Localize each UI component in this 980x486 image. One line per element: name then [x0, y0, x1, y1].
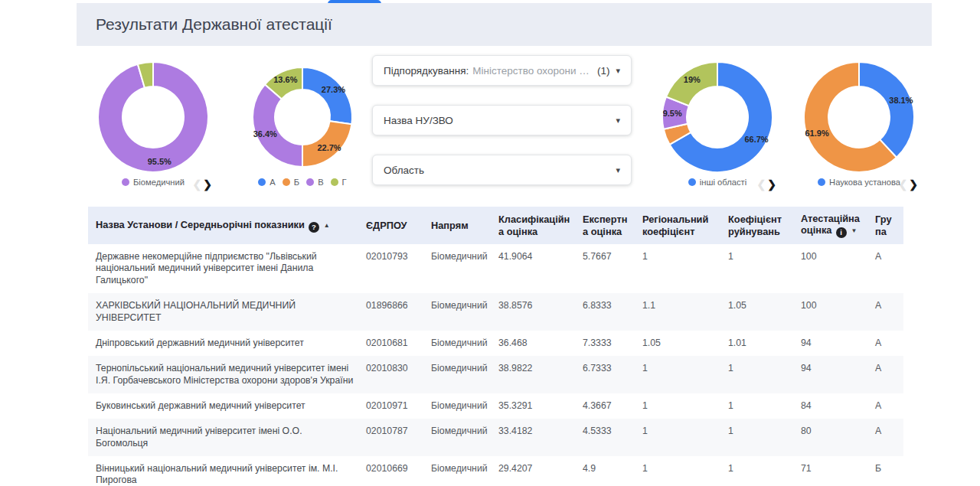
column-header[interactable]: Атестаційна оцінкаi▼	[795, 207, 869, 244]
legend-item: В	[306, 178, 323, 187]
column-header-label: ЄДРПОУ	[366, 220, 407, 231]
donut-svg-holder: 66.7%9.5%19%	[660, 60, 775, 175]
results-table: Назва Установи / Середньорічні показники…	[88, 207, 903, 486]
filter-label: Назва НУ/ЗВО	[384, 115, 453, 126]
table-row: Вінницький національний медичний універс…	[88, 456, 903, 486]
donut-chart-directions: 95.5% Біомедичний ❮ ❯	[96, 60, 211, 189]
caret-down-icon: ▾	[609, 66, 620, 76]
legend-dot	[258, 178, 266, 186]
legend-label: Біомедичний	[133, 178, 185, 187]
value-cell: 1.01	[722, 331, 795, 356]
institution-name-cell: Буковинський державний медичний універси…	[88, 393, 360, 419]
column-header[interactable]: Регіональний коефіцієнт	[636, 207, 722, 244]
table-row: Тернопільський національний медичний уні…	[88, 356, 903, 393]
column-header-label: Регіональний коефіцієнт	[642, 214, 708, 236]
institution-name-cell: Тернопільський національний медичний уні…	[88, 356, 360, 393]
value-cell: 29.4207	[492, 456, 577, 486]
results-table-wrap: Назва Установи / Середньорічні показники…	[88, 207, 903, 486]
value-cell: 33.4182	[492, 419, 577, 456]
column-header-label: Класифікаційна оцінка	[498, 214, 570, 236]
value-cell: 1	[636, 456, 722, 486]
filter-label: Область	[384, 165, 424, 176]
sort-asc-icon[interactable]: ▲	[324, 222, 330, 229]
chart-legend: інші області ❮ ❯	[660, 175, 775, 189]
value-cell: 100	[795, 293, 869, 331]
value-cell: 38.8576	[492, 293, 577, 331]
table-body: Державне некомерційне підприємство "Льві…	[88, 244, 903, 486]
slice-percent-label: 66.7%	[744, 135, 768, 144]
value-cell: 35.3291	[492, 393, 577, 419]
slice-percent-label: 13.6%	[273, 75, 297, 84]
donut-chart-canvas: 38.1%61.9%	[802, 60, 916, 175]
donut-svg-holder: 95.5%	[96, 60, 211, 175]
legend-label: А	[270, 178, 275, 187]
slice-percent-label: 22.7%	[317, 143, 341, 152]
caret-down-icon: ▾	[609, 165, 620, 175]
value-cell: 80	[795, 419, 869, 456]
chevron-left-icon[interactable]: ❮	[193, 179, 202, 190]
table-header-row: Назва Установи / Середньорічні показники…	[88, 207, 903, 244]
slice-percent-label: 61.9%	[805, 129, 828, 138]
column-header-label: Група	[875, 214, 892, 236]
value-cell: 1	[722, 244, 795, 293]
info-icon[interactable]: i	[836, 227, 847, 238]
donut-slice[interactable]	[859, 62, 914, 158]
donut-chart-canvas: 95.5%	[96, 60, 211, 175]
legend-item: Б	[283, 178, 299, 187]
value-cell: 1	[722, 456, 795, 486]
value-cell: 1	[722, 393, 795, 419]
value-cell: 4.9	[577, 456, 636, 486]
value-cell: 4.3667	[577, 393, 636, 419]
donut-chart-institution-type: 38.1%61.9% Наукова установа ❮ ❯	[802, 60, 916, 189]
column-header[interactable]: Експертна оцінка	[577, 207, 636, 244]
filter-subordination[interactable]: Підпорядкування: Міністерство охорони зд…	[372, 55, 632, 86]
institution-name-cell: Вінницький національний медичний універс…	[88, 456, 360, 486]
column-header[interactable]: Назва Установи / Середньорічні показники…	[88, 207, 360, 244]
legend-label: Г	[342, 178, 347, 187]
value-cell: 1	[636, 244, 722, 293]
filter-region[interactable]: Область ▾	[372, 155, 632, 185]
filter-institution-name[interactable]: Назва НУ/ЗВО ▾	[372, 105, 632, 135]
chevron-left-icon[interactable]: ❮	[757, 179, 766, 190]
donut-slice[interactable]	[253, 84, 302, 167]
chevron-right-icon[interactable]: ❯	[767, 179, 776, 190]
institution-name-cell: Дніпровський державний медичний універси…	[88, 331, 360, 356]
value-cell: 71	[795, 456, 869, 486]
value-cell: 38.9822	[492, 356, 577, 393]
chevron-right-icon[interactable]: ❯	[203, 179, 212, 190]
help-icon[interactable]: ?	[309, 222, 319, 233]
value-cell: 02010971	[360, 393, 425, 419]
value-cell: 02010787	[360, 419, 425, 456]
filter-value: Міністерство охорони здо...	[472, 65, 593, 77]
filter-count: (1)	[597, 65, 610, 77]
value-cell: Біомедичний	[425, 331, 492, 356]
value-cell: 1	[636, 419, 722, 456]
value-cell: 01896866	[360, 293, 425, 331]
value-cell: Біомедичний	[425, 356, 492, 393]
value-cell: 94	[795, 331, 869, 356]
chevron-left-icon[interactable]: ❮	[899, 179, 908, 190]
sort-desc-icon[interactable]: ▼	[851, 227, 858, 234]
donut-svg-holder: 38.1%61.9%	[802, 60, 916, 175]
value-cell: 02010681	[360, 331, 425, 356]
value-cell: 36.468	[492, 331, 577, 356]
legend-dot	[818, 178, 825, 186]
donut-slice[interactable]	[302, 67, 352, 124]
legend-item: інші області	[688, 178, 746, 187]
value-cell: 1	[636, 393, 722, 419]
column-header[interactable]: Напрям	[425, 207, 492, 244]
page-header: Результати Державної атестації	[77, 3, 932, 46]
legend-item: Г	[331, 178, 347, 187]
column-header[interactable]: ЄДРПОУ	[360, 207, 425, 244]
slice-percent-label: 36.4%	[253, 129, 277, 139]
column-header[interactable]: Група	[869, 207, 903, 244]
value-cell: 1.05	[722, 293, 795, 331]
legend-dot	[306, 178, 314, 186]
chevron-right-icon[interactable]: ❯	[909, 179, 918, 190]
column-header[interactable]: Класифікаційна оцінка	[492, 207, 577, 244]
legend-item: А	[258, 178, 275, 187]
column-header[interactable]: Коефіцієнт руйнувань	[722, 207, 795, 244]
donut-chart-groups: 27.3%22.7%36.4%13.6% АБВГ	[245, 60, 360, 189]
donut-chart-canvas: 66.7%9.5%19%	[660, 60, 775, 175]
legend-carousel-nav: ❮ ❯	[757, 179, 776, 190]
